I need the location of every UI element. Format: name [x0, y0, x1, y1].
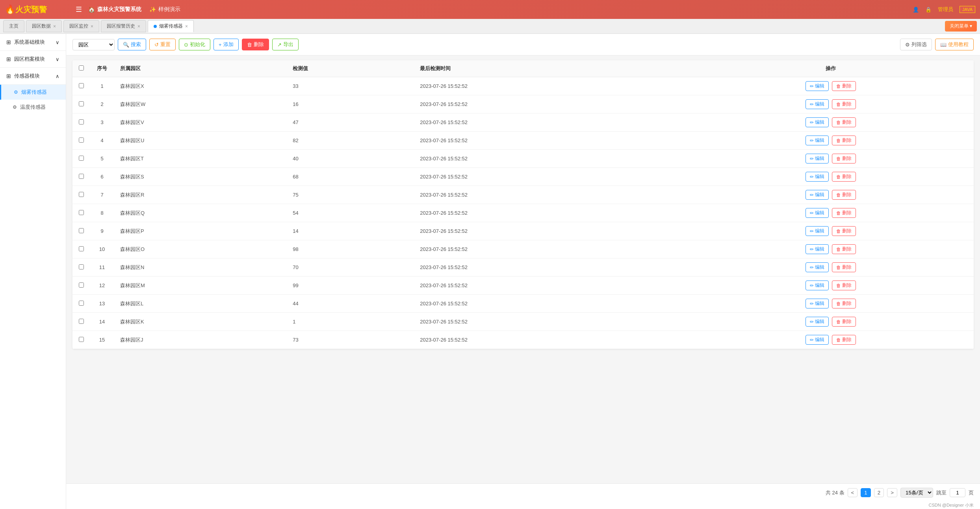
delete-row-button[interactable]: 🗑 删除 — [832, 190, 856, 200]
trash-icon: 🗑 — [836, 138, 841, 143]
row-park: 森林园区L — [114, 295, 286, 313]
search-button[interactable]: 🔍 搜索 — [118, 39, 146, 50]
sidebar-item-sensor[interactable]: ⊞ 传感器模块 ∧ — [0, 68, 66, 85]
nav-item-forest[interactable]: 🏠 森林火灾预警系统 — [88, 6, 141, 13]
row-checkbox[interactable] — [79, 246, 84, 251]
tab-alarm-history-close[interactable]: × — [137, 24, 140, 29]
delete-row-button[interactable]: 🗑 删除 — [832, 335, 856, 345]
delete-row-button[interactable]: 🗑 删除 — [832, 299, 856, 308]
grid-icon-2: ⊞ — [6, 56, 11, 62]
row-time: 2023-07-26 15:52:52 — [414, 295, 687, 313]
export-button[interactable]: ↗ 导出 — [272, 39, 299, 50]
delete-row-button[interactable]: 🗑 删除 — [832, 81, 856, 91]
edit-button[interactable]: ✏ 编辑 — [806, 208, 829, 218]
page-jump-input[interactable] — [950, 488, 965, 497]
nav-item-demo[interactable]: ✨ 样例演示 — [149, 6, 180, 13]
row-seq: 3 — [90, 113, 114, 132]
tabs-bar: 主页 园区数据 × 园区监控 × 园区报警历史 × 烟雾传感器 × 关闭菜单 ▾ — [0, 19, 980, 34]
row-checkbox[interactable] — [79, 156, 84, 161]
edit-button[interactable]: ✏ 编辑 — [806, 281, 829, 290]
tab-smoke-sensor[interactable]: 烟雾传感器 × — [148, 20, 194, 32]
row-checkbox[interactable] — [79, 301, 84, 306]
park-select[interactable]: 园区 森林园区X 森林园区W — [72, 39, 115, 50]
edit-button[interactable]: ✏ 编辑 — [806, 226, 829, 236]
row-checkbox[interactable] — [79, 83, 84, 88]
edit-button[interactable]: ✏ 编辑 — [806, 154, 829, 163]
delete-row-button[interactable]: 🗑 删除 — [832, 136, 856, 145]
edit-button[interactable]: ✏ 编辑 — [806, 136, 829, 145]
row-value: 75 — [286, 186, 414, 204]
column-filter-button[interactable]: ⚙ 列筛选 — [900, 39, 932, 50]
home-icon: 🏠 — [88, 6, 95, 13]
delete-row-button[interactable]: 🗑 删除 — [832, 317, 856, 327]
tab-home[interactable]: 主页 — [3, 20, 24, 32]
edit-button[interactable]: ✏ 编辑 — [806, 117, 829, 127]
close-menu-button[interactable]: 关闭菜单 ▾ — [945, 21, 977, 32]
edit-button[interactable]: ✏ 编辑 — [806, 317, 829, 327]
delete-row-button[interactable]: 🗑 删除 — [832, 244, 856, 254]
row-checkbox[interactable] — [79, 174, 84, 179]
reset-button[interactable]: ↺ 重置 — [149, 39, 176, 50]
delete-row-button[interactable]: 🗑 删除 — [832, 117, 856, 127]
row-checkbox[interactable] — [79, 192, 84, 197]
sidebar-item-system[interactable]: ⊞ 系统基础模块 ∨ — [0, 34, 66, 51]
row-park: 森林园区X — [114, 77, 286, 95]
page-size-select[interactable]: 15条/页 10条/页 20条/页 — [900, 488, 933, 498]
row-checkbox[interactable] — [79, 210, 84, 215]
select-all-checkbox[interactable] — [79, 65, 84, 71]
row-actions: ✏ 编辑 🗑 删除 — [687, 132, 974, 150]
table-row: 15 森林园区J 73 2023-07-26 15:52:52 ✏ 编辑 🗑 删… — [72, 331, 974, 349]
edit-button[interactable]: ✏ 编辑 — [806, 335, 829, 345]
row-park: 森林园区P — [114, 222, 286, 240]
delete-row-button[interactable]: 🗑 删除 — [832, 154, 856, 163]
tab-park-data-close[interactable]: × — [53, 24, 56, 29]
tab-smoke-close[interactable]: × — [185, 24, 188, 29]
edit-button[interactable]: ✏ 编辑 — [806, 172, 829, 182]
delete-row-button[interactable]: 🗑 删除 — [832, 99, 856, 109]
edit-button[interactable]: ✏ 编辑 — [806, 81, 829, 91]
row-checkbox-cell — [72, 132, 90, 150]
row-checkbox[interactable] — [79, 137, 84, 143]
edit-button[interactable]: ✏ 编辑 — [806, 244, 829, 254]
delete-row-button[interactable]: 🗑 删除 — [832, 208, 856, 218]
row-checkbox[interactable] — [79, 319, 84, 324]
sidebar-item-park[interactable]: ⊞ 园区档案模块 ∨ — [0, 51, 66, 68]
page-2-button[interactable]: 2 — [874, 488, 884, 497]
trash-icon: 🗑 — [836, 319, 841, 325]
init-button[interactable]: ⊙ 初始化 — [179, 39, 210, 50]
menu-toggle-button[interactable]: ☰ — [76, 5, 82, 14]
row-checkbox[interactable] — [79, 119, 84, 124]
main-layout: ⊞ 系统基础模块 ∨ ⊞ 园区档案模块 ∨ ⊞ 传感器模块 ∧ ⚙ 烟雾传感器 … — [0, 34, 980, 509]
tab-park-data[interactable]: 园区数据 × — [26, 20, 62, 32]
delete-row-button[interactable]: 🗑 删除 — [832, 262, 856, 272]
table-row: 6 森林园区S 68 2023-07-26 15:52:52 ✏ 编辑 🗑 删除 — [72, 168, 974, 186]
tab-park-monitor-close[interactable]: × — [91, 24, 93, 29]
row-checkbox[interactable] — [79, 101, 84, 106]
row-checkbox[interactable] — [79, 264, 84, 269]
trash-icon: 🗑 — [836, 228, 841, 234]
edit-button[interactable]: ✏ 编辑 — [806, 299, 829, 308]
trash-icon: 🗑 — [836, 102, 841, 107]
prev-page-button[interactable]: < — [848, 488, 858, 497]
edit-button[interactable]: ✏ 编辑 — [806, 99, 829, 109]
sidebar-sub-smoke[interactable]: ⚙ 烟雾传感器 — [0, 85, 66, 100]
tab-park-monitor[interactable]: 园区监控 × — [63, 20, 99, 32]
page-1-button[interactable]: 1 — [861, 488, 870, 497]
trash-icon: 🗑 — [836, 192, 841, 198]
sidebar-smoke-label: 烟雾传感器 — [21, 89, 47, 96]
row-checkbox[interactable] — [79, 282, 84, 288]
edit-button[interactable]: ✏ 编辑 — [806, 190, 829, 200]
row-checkbox[interactable] — [79, 228, 84, 233]
add-button[interactable]: + 添加 — [213, 39, 239, 50]
tab-alarm-history[interactable]: 园区报警历史 × — [101, 20, 146, 32]
delete-row-button[interactable]: 🗑 删除 — [832, 281, 856, 290]
next-page-button[interactable]: > — [887, 488, 897, 497]
row-checkbox[interactable] — [79, 337, 84, 342]
batch-delete-button[interactable]: 🗑 删除 — [242, 39, 269, 50]
edit-button[interactable]: ✏ 编辑 — [806, 262, 829, 272]
sidebar-sub-temp[interactable]: ⚙ 温度传感器 — [0, 100, 66, 115]
user-menu[interactable]: 管理员 — [938, 6, 953, 13]
guide-button[interactable]: 📖 使用教程 — [935, 39, 974, 50]
delete-row-button[interactable]: 🗑 删除 — [832, 172, 856, 182]
delete-row-button[interactable]: 🗑 删除 — [832, 226, 856, 236]
